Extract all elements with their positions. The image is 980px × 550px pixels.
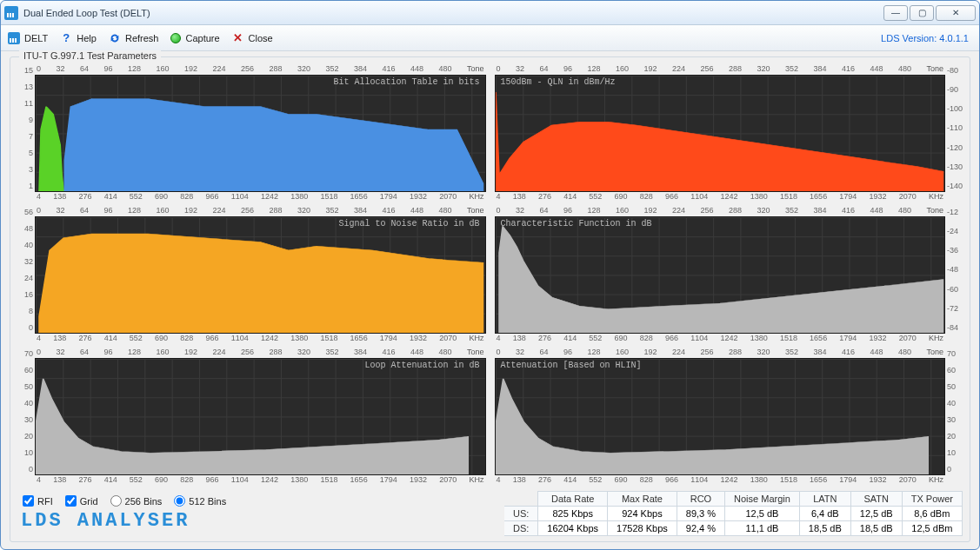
parameters-group: ITU-T G.997.1 Test Parameters 1513119753… bbox=[10, 56, 970, 542]
stats-cell: 18,5 dB bbox=[799, 521, 850, 536]
plot-area: Bit Allocation Table in bits bbox=[35, 75, 486, 192]
stats-row-label: US: bbox=[504, 507, 538, 521]
stats-header: Data Rate bbox=[538, 492, 608, 507]
stats-header: Noise Margin bbox=[725, 492, 800, 507]
chart-title: Attenuation [Based on HLIN] bbox=[501, 361, 642, 370]
plot-area: Characteristic Function in dB bbox=[495, 216, 946, 334]
plot-area: Attenuation [Based on HLIN] bbox=[495, 358, 946, 475]
stats-header: Max Rate bbox=[608, 492, 677, 507]
maximize-button[interactable]: ▢ bbox=[910, 5, 934, 21]
chart-title: Signal to Noise Ratio in dB bbox=[338, 219, 479, 229]
chart-char: 0326496128160192224256288320352384416448… bbox=[495, 206, 963, 344]
help-icon: ? bbox=[60, 32, 72, 44]
brand-label: LDS ANALYSER bbox=[21, 510, 226, 532]
stats-row-label: DS: bbox=[504, 521, 538, 536]
capture-label: Capture bbox=[185, 33, 219, 43]
bins-512-radio[interactable]: 512 Bins bbox=[174, 495, 226, 507]
stats-header: LATN bbox=[799, 492, 850, 507]
delt-label: DELT bbox=[24, 33, 48, 43]
stats-cell: 17528 Kbps bbox=[608, 521, 677, 536]
stats-cell: 6,4 dB bbox=[799, 507, 850, 521]
stats-cell: 18,5 dB bbox=[850, 521, 902, 536]
plot-area: Loop Attenuation in dB bbox=[35, 358, 486, 475]
titlebar: Dual Ended Loop Test (DELT) — ▢ ✕ bbox=[1, 1, 979, 25]
grid-checkbox[interactable]: Grid bbox=[65, 495, 98, 507]
capture-button[interactable]: Capture bbox=[170, 33, 219, 43]
window-title: Dual Ended Loop Test (DELT) bbox=[23, 8, 150, 18]
plot-area: 150dBm - QLN in dBm/Hz bbox=[495, 75, 946, 192]
chart-hlin: 0326496128160192224256288320352384416448… bbox=[495, 348, 963, 486]
stats-cell: 11,1 dB bbox=[725, 521, 800, 536]
plot-area: Signal to Noise Ratio in dB bbox=[35, 216, 486, 334]
rfi-checkbox[interactable]: RFI bbox=[23, 495, 53, 507]
refresh-button[interactable]: Refresh bbox=[109, 32, 159, 44]
group-title: ITU-T G.997.1 Test Parameters bbox=[19, 50, 161, 61]
close-label: Close bbox=[249, 33, 273, 43]
stats-cell: 825 Kbps bbox=[538, 507, 608, 521]
bins-256-radio[interactable]: 256 Bins bbox=[110, 495, 163, 507]
stats-cell: 12,5 dBm bbox=[902, 521, 962, 536]
stats-header: TX Power bbox=[902, 492, 962, 507]
window-close-button[interactable]: ✕ bbox=[936, 5, 976, 21]
chart-title: Loop Attenuation in dB bbox=[364, 361, 479, 370]
chart-title: Characteristic Function in dB bbox=[501, 219, 652, 229]
stats-cell: 8,6 dBm bbox=[902, 507, 962, 521]
chart-title: 150dBm - QLN in dBm/Hz bbox=[501, 77, 616, 87]
chart-title: Bit Allocation Table in bits bbox=[333, 77, 479, 87]
refresh-icon bbox=[109, 32, 121, 44]
stats-cell: 12,5 dB bbox=[725, 507, 800, 521]
version-label: LDS Version: 4.0.1.1 bbox=[881, 33, 972, 43]
stats-cell: 924 Kbps bbox=[608, 507, 677, 521]
stats-table: Data RateMax RateRCONoise MarginLATNSATN… bbox=[504, 491, 963, 536]
stats-cell: 89,3 % bbox=[677, 507, 724, 521]
stats-header: SATN bbox=[850, 492, 902, 507]
stats-cell: 92,4 % bbox=[677, 521, 724, 536]
record-icon bbox=[170, 33, 181, 43]
minimize-button[interactable]: — bbox=[883, 5, 908, 21]
refresh-label: Refresh bbox=[125, 33, 159, 43]
chart-snr: 5648403224168003264961281601922242562883… bbox=[17, 206, 486, 344]
stats-cell: 16204 Kbps bbox=[538, 521, 608, 536]
close-icon: ✕ bbox=[232, 32, 244, 44]
close-button[interactable]: ✕ Close bbox=[232, 32, 273, 44]
delt-button[interactable]: DELT bbox=[8, 32, 48, 44]
toolbar: DELT ? Help Refresh Capture ✕ Close LDS … bbox=[1, 25, 979, 51]
bars-icon bbox=[8, 32, 20, 44]
chart-qln: 0326496128160192224256288320352384416448… bbox=[495, 64, 963, 202]
app-icon bbox=[4, 6, 18, 20]
help-label: Help bbox=[77, 33, 97, 43]
chart-bit: 1513119753103264961281601922242562883203… bbox=[17, 64, 486, 202]
chart-latt: 7060504030201000326496128160192224256288… bbox=[17, 348, 486, 486]
stats-cell: 12,5 dB bbox=[850, 507, 902, 521]
help-button[interactable]: ? Help bbox=[60, 32, 97, 44]
app-window: Dual Ended Loop Test (DELT) — ▢ ✕ DELT ?… bbox=[0, 0, 980, 550]
stats-header: RCO bbox=[677, 492, 724, 507]
